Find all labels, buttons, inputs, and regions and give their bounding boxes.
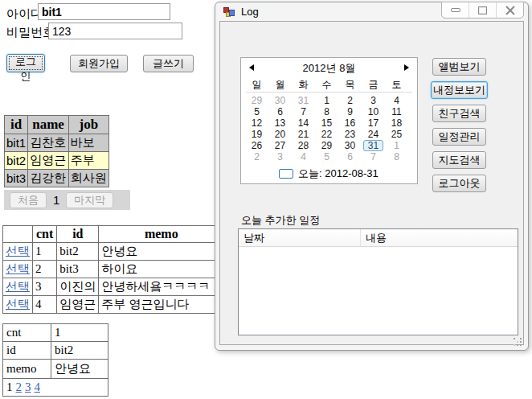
calendar-date-cell[interactable]: 30 [338,140,362,151]
friend-search-button[interactable]: 친구검색 [432,105,486,122]
select-link[interactable]: 선택 [6,279,30,293]
password-input[interactable] [48,23,182,39]
app-icon [223,6,235,19]
calendar-date-cell[interactable]: 22 [315,129,338,140]
members-cell-name: 임영근 [28,152,69,170]
calendar-date-cell[interactable]: 3 [268,151,292,162]
select-link[interactable]: 선택 [6,261,30,275]
members-cell-id: bit3 [5,170,28,187]
memo-column-header: id [57,226,99,243]
calendar-date-cell[interactable]: 24 [362,129,385,140]
calendar-date-cell[interactable]: 19 [245,129,268,140]
calendar-date-cell[interactable]: 3 [362,95,385,106]
page-link[interactable]: 2 [16,380,23,393]
calendar-date-cell[interactable]: 1 [385,140,408,151]
calendar-date-cell[interactable]: 9 [338,106,362,117]
calendar-date-cell[interactable]: 16 [338,117,362,129]
close-icon [505,6,515,15]
calendar-date-cell[interactable]: 25 [385,129,408,140]
day-of-week-label: 목 [338,78,362,92]
calendar-date-cell[interactable]: 11 [385,106,408,117]
album-view-button[interactable]: 앨범보기 [432,58,486,76]
calendar-date-cell[interactable]: 12 [245,117,268,129]
calendar-date-cell[interactable]: 15 [315,117,338,129]
calendar-date-cell[interactable]: 13 [268,117,292,129]
calendar-prev-icon[interactable] [249,64,254,71]
today-indicator-box [279,169,293,179]
members-cell-job: 회사원 [68,170,108,187]
minimize-button[interactable] [442,2,469,18]
calendar-date-cell[interactable]: 5 [315,151,338,162]
page-link[interactable]: 4 [35,380,41,393]
calendar-date-cell[interactable]: 2 [338,95,362,106]
calendar-date-cell[interactable]: 23 [338,129,362,140]
signup-button[interactable]: 회원가입 [70,55,128,72]
calendar-date-cell[interactable]: 1 [315,95,338,106]
calendar-date-cell[interactable]: 27 [268,140,292,151]
select-link[interactable]: 선택 [6,297,30,311]
memo-column-header: memo [99,226,224,243]
members-table: idnamejob bit1김찬호바보bit2임영근주부bit3김강한회사원 [4,115,109,187]
resize-grip[interactable] [514,338,522,347]
memo-select-cell: 선택 [3,296,33,314]
calendar-date-cell[interactable]: 31 [292,95,315,106]
select-link[interactable]: 선택 [6,244,30,257]
day-of-week-label: 토 [385,78,408,92]
members-cell-job: 주부 [68,152,108,170]
calendar-date-cell[interactable]: 5 [245,106,268,117]
listview-column-header[interactable]: 내용 [361,229,518,246]
calendar-date-cell[interactable]: 4 [385,95,408,106]
memo-select-cell: 선택 [3,243,33,261]
calendar-grid: 2930311234567891011121314151617181920212… [241,95,417,162]
calendar-date-cell[interactable]: 17 [362,117,385,129]
calendar-next-icon[interactable] [404,64,409,71]
calendar-date-cell[interactable]: 8 [385,151,408,162]
map-search-button[interactable]: 지도검색 [432,151,486,169]
memo-column-header: cnt [33,226,57,243]
calendar-date-cell[interactable]: 7 [362,151,385,162]
day-of-week-label: 월 [268,78,292,92]
my-info-button[interactable]: 내정보보기 [431,81,488,99]
calendar-date-cell[interactable]: 4 [292,151,315,162]
memo-detail-table: cnt1idbit2memo안녕요1234 [2,323,108,397]
calendar-date-cell[interactable]: 29 [315,140,338,151]
calendar-date-cell[interactable]: 7 [292,106,315,117]
calendar-date-cell[interactable]: 20 [268,129,292,140]
page-link[interactable]: 3 [25,380,31,393]
write-button[interactable]: 글쓰기 [143,55,194,72]
schedule-listview[interactable]: 날짜내용 [238,228,518,335]
today-label: 오늘: 2012-08-31 [298,167,379,181]
close-button[interactable] [496,2,523,18]
calendar-date-cell[interactable]: 6 [338,151,362,162]
members-pagination: 처음 1 마지막 [4,190,130,210]
calendar-date-cell[interactable]: 31 [362,140,385,151]
calendar-date-cell[interactable]: 18 [385,117,408,129]
calendar-date-cell[interactable]: 10 [362,106,385,117]
memo-cnt-cell: 3 [33,278,57,296]
memo-table: cntidmemo 선택1 bit2안녕요선택2 bit3하이요선택3 이진의안… [2,225,224,314]
calendar-date-cell[interactable]: 26 [245,140,268,151]
table-row: 선택2 bit3하이요 [3,261,224,278]
schedule-manage-button[interactable]: 일정관리 [432,128,486,146]
calendar-date-cell[interactable]: 29 [245,95,268,106]
calendar-date-cell[interactable]: 30 [268,95,292,106]
listview-column-header[interactable]: 날짜 [239,229,361,246]
last-page-button[interactable]: 마지막 [66,192,113,208]
id-input[interactable] [38,3,170,20]
calendar-date-cell[interactable]: 14 [292,117,315,129]
calendar-date-cell[interactable]: 2 [245,151,268,162]
calendar-date-cell[interactable]: 21 [292,129,315,140]
maximize-button[interactable] [469,2,496,18]
calendar-date-cell[interactable]: 6 [268,106,292,117]
detail-value-cell: 1 [51,324,108,342]
first-page-button[interactable]: 처음 [10,192,47,208]
memo-cnt-cell: 2 [33,261,57,278]
calendar-day-headers: 일월화수목금토 [241,78,417,92]
calendar-date-cell[interactable]: 8 [315,106,338,117]
maximize-icon [478,6,487,14]
calendar-date-cell[interactable]: 28 [292,140,315,151]
table-row: bit3김강한회사원 [5,170,109,187]
detail-label-cell: cnt [3,324,51,342]
logout-button[interactable]: 로그아웃 [432,175,486,192]
login-button[interactable]: 로그인 [6,54,45,72]
